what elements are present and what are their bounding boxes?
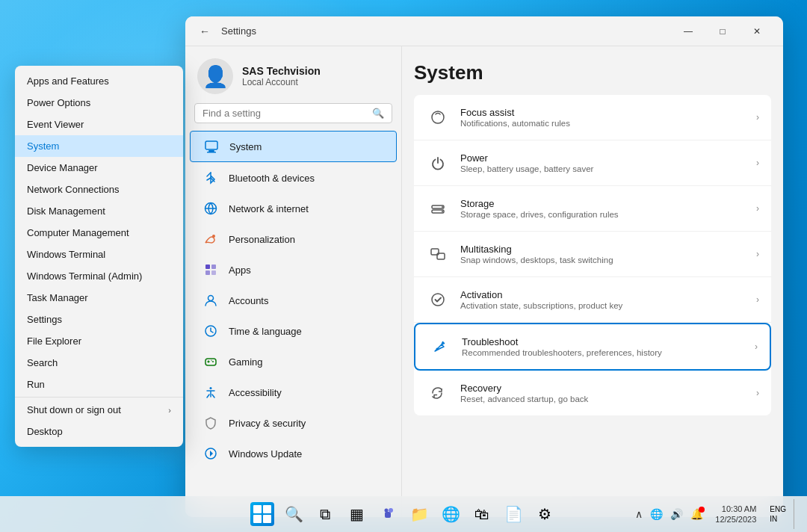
context-menu-label: Task Manager: [27, 292, 88, 303]
context-menu-item-system[interactable]: System: [15, 135, 183, 157]
logo-quad-4: [263, 515, 271, 523]
power-text: PowerSleep, battery usage, battery saver: [460, 152, 746, 173]
settings-taskbar[interactable]: ⚙: [530, 499, 560, 529]
section-title: System: [414, 61, 771, 84]
power-title: Power: [460, 152, 746, 164]
context-menu-label: Power Options: [27, 97, 90, 108]
settings-nav: SystemBluetooth & devicesNetwork & inter…: [185, 129, 401, 517]
sidebar-item-apps[interactable]: Apps: [190, 255, 397, 285]
taskbar-center: 🔍 ⧉ ▦ 📁 🌐 🛍 📄 ⚙: [247, 499, 560, 529]
settings-item-multitasking[interactable]: MultitaskingSnap windows, desktops, task…: [414, 232, 771, 277]
context-menu-label: Event Viewer: [27, 119, 84, 130]
submenu-arrow-icon: ›: [168, 406, 171, 415]
task-view-button[interactable]: ⧉: [310, 499, 340, 529]
lang-text: ENG: [770, 504, 786, 514]
context-menu-item-event-viewer[interactable]: Event Viewer: [15, 114, 183, 135]
troubleshoot-title: Troubleshoot: [462, 336, 744, 347]
context-menu-item-settings[interactable]: Settings: [15, 309, 183, 330]
sidebar-item-gaming[interactable]: Gaming: [190, 347, 397, 377]
notification-icon[interactable]: 🔔: [687, 505, 706, 523]
sidebar-item-system[interactable]: System: [190, 131, 397, 162]
edge-taskbar[interactable]: 🌐: [436, 499, 466, 529]
settings-item-recovery[interactable]: RecoveryReset, advanced startup, go back…: [414, 371, 771, 415]
sidebar-item-accounts[interactable]: Accounts: [190, 285, 397, 315]
sidebar-item-privacy[interactable]: Privacy & security: [190, 408, 397, 438]
svg-rect-11: [205, 359, 216, 365]
mail-taskbar[interactable]: 📄: [498, 499, 528, 529]
start-button[interactable]: [247, 499, 277, 529]
context-menu-item-search[interactable]: Search: [15, 352, 183, 374]
sys-tray: ∧ 🌐 🔊 🔔: [632, 505, 706, 523]
close-button[interactable]: ✕: [740, 19, 774, 43]
search-button[interactable]: 🔍: [279, 499, 309, 529]
sidebar-item-bluetooth[interactable]: Bluetooth & devices: [190, 163, 397, 193]
nav-item-label-accessibility: Accessibility: [229, 387, 282, 398]
nav-item-label-gaming: Gaming: [229, 356, 263, 368]
audio-icon[interactable]: 🔊: [667, 505, 686, 523]
windows-update-icon: [202, 445, 220, 463]
system-clock[interactable]: 10:30 AM 12/25/2023: [709, 501, 762, 528]
settings-item-storage[interactable]: StorageStorage space, drives, configurat…: [414, 186, 771, 232]
sidebar-item-time-language[interactable]: Time & language: [190, 316, 397, 346]
context-menu-item-disk-management[interactable]: Disk Management: [15, 200, 183, 222]
context-menu-item-task-manager[interactable]: Task Manager: [15, 287, 183, 309]
settings-item-activation[interactable]: ActivationActivation state, subscription…: [414, 277, 771, 323]
context-menu-item-desktop[interactable]: Desktop: [15, 421, 183, 442]
settings-item-power[interactable]: PowerSleep, battery usage, battery saver…: [414, 140, 771, 186]
multitasking-title: Multitasking: [460, 244, 746, 255]
settings-main: System Focus assistNotifications, automa…: [402, 46, 783, 517]
context-menu-label: Settings: [27, 314, 62, 325]
nav-item-label-accounts: Accounts: [229, 295, 268, 306]
chevron-right-icon: ›: [756, 112, 759, 123]
storage-desc: Storage space, drives, configuration rul…: [460, 210, 746, 219]
storage-title: Storage: [460, 198, 746, 209]
sidebar-item-windows-update[interactable]: Windows Update: [190, 439, 397, 468]
region-text: IN: [770, 514, 786, 524]
sidebar-item-network[interactable]: Network & internet: [190, 194, 397, 223]
nav-item-label-bluetooth: Bluetooth & devices: [229, 173, 315, 184]
context-menu-label: System: [27, 140, 59, 152]
context-menu-item-device-manager[interactable]: Device Manager: [15, 157, 183, 179]
sidebar-item-personalization[interactable]: Personalization: [190, 224, 397, 254]
context-menu-item-apps-features[interactable]: Apps and Features: [15, 70, 183, 92]
settings-item-troubleshoot[interactable]: TroubleshootRecommended troubleshooters,…: [414, 323, 771, 371]
lang-indicator[interactable]: ENG IN: [765, 503, 791, 525]
maximize-button[interactable]: □: [705, 19, 740, 43]
file-explorer-taskbar[interactable]: 📁: [404, 499, 434, 529]
network-icon[interactable]: 🌐: [647, 505, 666, 523]
nav-item-label-network: Network & internet: [229, 203, 309, 214]
minimize-button[interactable]: —: [671, 19, 705, 43]
teams-button[interactable]: [373, 499, 403, 529]
clock-date: 12/25/2023: [715, 514, 756, 525]
show-desktop-button[interactable]: [794, 499, 798, 529]
context-menu-item-windows-terminal[interactable]: Windows Terminal: [15, 244, 183, 265]
recovery-settings-icon: [426, 381, 450, 405]
store-taskbar[interactable]: 🛍: [467, 499, 497, 529]
troubleshoot-desc: Recommended troubleshooters, preferences…: [462, 348, 744, 357]
settings-item-focus-assist[interactable]: Focus assistNotifications, automatic rul…: [414, 95, 771, 140]
taskbar: 🔍 ⧉ ▦ 📁 🌐 🛍 📄 ⚙ ∧ 🌐 🔊 🔔 10:30 AM: [0, 496, 807, 532]
user-profile[interactable]: 👤 SAS Techvision Local Account: [185, 46, 401, 103]
context-menu-item-computer-management[interactable]: Computer Management: [15, 222, 183, 244]
nav-item-label-time-language: Time & language: [229, 326, 302, 337]
chevron-icon[interactable]: ∧: [632, 505, 646, 523]
svg-point-19: [442, 211, 443, 212]
context-menu-label: Run: [27, 379, 45, 390]
sidebar-item-accessibility[interactable]: Accessibility: [190, 377, 397, 407]
svg-point-26: [385, 509, 389, 513]
context-menu-item-file-explorer[interactable]: File Explorer: [15, 330, 183, 352]
widgets-button[interactable]: ▦: [341, 499, 371, 529]
chevron-right-icon: ›: [756, 158, 759, 168]
context-menu-item-run[interactable]: Run: [15, 374, 183, 395]
context-menu-item-windows-terminal-admin[interactable]: Windows Terminal (Admin): [15, 265, 183, 287]
window-controls: — □ ✕: [671, 19, 774, 43]
context-menu-item-power-options[interactable]: Power Options: [15, 92, 183, 114]
back-button[interactable]: ←: [194, 21, 215, 42]
search-input[interactable]: [202, 108, 366, 119]
search-bar[interactable]: 🔍: [194, 103, 392, 123]
focus-assist-desc: Notifications, automatic rules: [460, 119, 746, 128]
settings-body: 👤 SAS Techvision Local Account 🔍 SystemB…: [185, 46, 783, 517]
context-menu-item-shut-down[interactable]: Shut down or sign out›: [15, 399, 183, 421]
context-menu-item-network-connections[interactable]: Network Connections: [15, 179, 183, 200]
recovery-title: Recovery: [460, 383, 746, 394]
